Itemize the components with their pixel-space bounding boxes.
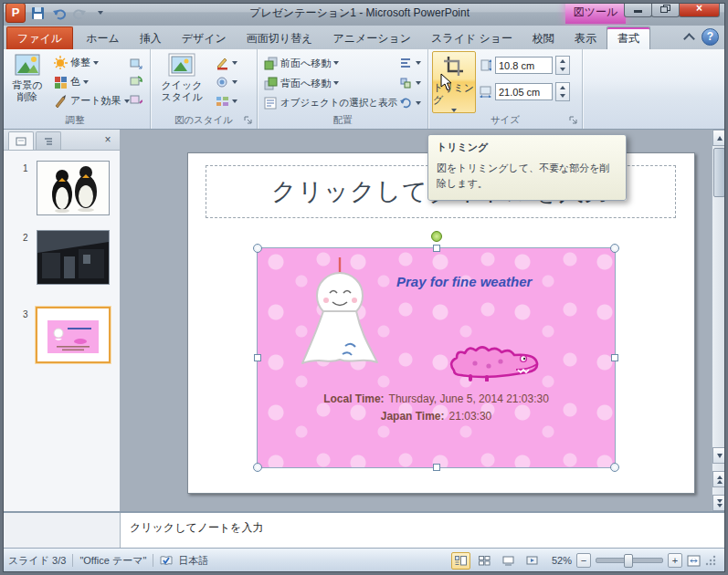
resize-handle-se[interactable]: [610, 463, 619, 472]
shape-width-stepper[interactable]: [555, 82, 570, 101]
minimize-ribbon-button[interactable]: [685, 32, 693, 43]
scroll-up-button[interactable]: [712, 130, 726, 146]
send-backward-icon: [263, 76, 278, 90]
notes-strip: クリックしてノートを入力: [3, 511, 725, 549]
picture-times: Local Time:Thursday, June 5, 2014 21:03:…: [258, 391, 615, 425]
window-title: プレゼンテーション1 - Microsoft PowerPoint: [128, 5, 591, 21]
resize-handle-n[interactable]: [433, 245, 440, 252]
tab-transitions[interactable]: 画面切り替え: [237, 27, 323, 49]
crop-label: トリミング: [433, 82, 475, 106]
spellcheck-icon[interactable]: [160, 555, 174, 567]
color-button[interactable]: 色: [51, 72, 132, 91]
send-backward-button[interactable]: 背面へ移動: [261, 73, 399, 93]
window-controls: ×: [625, 0, 720, 17]
slideshow-view-button[interactable]: [522, 552, 542, 570]
next-slide-button[interactable]: [712, 495, 726, 511]
shape-width-input[interactable]: [495, 83, 553, 100]
picture-layout-button[interactable]: [213, 93, 239, 110]
zoom-slider-thumb[interactable]: [624, 554, 633, 568]
picture-border-button[interactable]: [213, 55, 239, 71]
selection-pane-icon: [263, 96, 278, 110]
scrollbar-thumb[interactable]: [713, 148, 725, 197]
tab-file[interactable]: ファイル: [6, 26, 73, 49]
group-objects-button[interactable]: [396, 74, 423, 91]
separator: [153, 554, 153, 567]
minimize-button[interactable]: [624, 0, 652, 17]
resize-handle-ne[interactable]: [610, 244, 619, 253]
chevron-down-icon: [416, 101, 421, 105]
tab-design[interactable]: デザイン: [172, 27, 237, 49]
reset-picture-button[interactable]: [128, 91, 144, 108]
rotate-button[interactable]: [396, 94, 423, 111]
rotate-handle[interactable]: [431, 231, 442, 242]
undo-button[interactable]: [49, 4, 68, 22]
selected-picture[interactable]: Pray for fine weather Local Time:Thursda…: [257, 247, 616, 468]
tab-review[interactable]: 校閲: [522, 27, 564, 49]
local-time-label: Local Time:: [323, 392, 384, 405]
resize-handle-w[interactable]: [254, 354, 261, 361]
change-picture-icon: [130, 75, 142, 88]
tab-format[interactable]: 書式: [607, 26, 650, 50]
zoom-out-button[interactable]: −: [576, 553, 591, 568]
save-button[interactable]: [28, 4, 47, 22]
corrections-button[interactable]: 修整: [51, 53, 132, 72]
save-icon: [31, 6, 45, 20]
redo-button[interactable]: [70, 4, 89, 22]
vertical-scrollbar[interactable]: [712, 130, 725, 511]
previous-slide-button[interactable]: [712, 471, 726, 487]
compress-picture-button[interactable]: [128, 55, 144, 71]
fit-to-window-button[interactable]: [687, 555, 701, 567]
shape-width-icon: [478, 85, 492, 99]
crop-button[interactable]: トリミング: [432, 51, 476, 113]
tab-view[interactable]: 表示: [564, 27, 607, 49]
align-icon: [398, 56, 413, 70]
picture-styles-dialog-launcher[interactable]: [244, 116, 255, 127]
selection-pane-button[interactable]: オブジェクトの選択と表示: [261, 93, 399, 113]
outline-tab[interactable]: [36, 131, 61, 150]
picture-effects-button[interactable]: [213, 74, 239, 90]
slides-tab[interactable]: [8, 131, 34, 150]
language-indicator[interactable]: 日本語: [178, 554, 208, 568]
shape-height-input[interactable]: [495, 57, 553, 74]
tab-animations[interactable]: アニメーション: [322, 27, 421, 49]
help-button[interactable]: ?: [702, 28, 719, 46]
slide-sorter-view-button[interactable]: [475, 552, 494, 570]
tooltip-body: 図をトリミングして、不要な部分を削除します。: [437, 161, 617, 192]
remove-background-button[interactable]: 背景の 削除: [3, 51, 52, 111]
change-picture-button[interactable]: [128, 73, 144, 89]
resize-handle-e[interactable]: [611, 354, 618, 361]
tab-insert[interactable]: 挿入: [130, 27, 172, 49]
quick-styles-label2: スタイル: [161, 91, 202, 103]
notes-pane[interactable]: クリックしてノートを入力: [120, 513, 725, 549]
restore-button[interactable]: [651, 0, 680, 17]
reading-view-icon: [502, 556, 514, 566]
artistic-effects-button[interactable]: アート効果: [51, 91, 132, 110]
tab-home[interactable]: ホーム: [76, 27, 130, 49]
dark-thumbnail-image: [37, 231, 109, 284]
align-button[interactable]: [396, 54, 423, 71]
zoom-level[interactable]: 52%: [546, 555, 572, 566]
zoom-slider[interactable]: [596, 558, 663, 563]
pink-thumbnail-image: [37, 308, 109, 361]
normal-view-button[interactable]: [451, 552, 470, 570]
size-dialog-launcher[interactable]: [569, 116, 580, 127]
scroll-down-button[interactable]: [712, 447, 726, 464]
tab-slideshow[interactable]: スライド ショー: [421, 27, 522, 49]
close-button[interactable]: ×: [679, 0, 720, 17]
quick-styles-button[interactable]: クイック スタイル: [156, 51, 207, 111]
reading-view-button[interactable]: [499, 552, 518, 570]
resize-handle-nw[interactable]: [253, 244, 262, 253]
quick-access-toolbar: P: [5, 3, 110, 23]
bring-forward-button[interactable]: 前面へ移動: [261, 53, 399, 73]
powerpoint-app-icon[interactable]: P: [5, 3, 26, 23]
resize-handle-s[interactable]: [433, 464, 440, 471]
shape-height-stepper[interactable]: [555, 56, 570, 75]
resize-grip[interactable]: [705, 555, 716, 566]
slide[interactable]: クリックしてタイトルを入力 Pray for fine weather: [187, 152, 695, 494]
resize-handle-sw[interactable]: [253, 463, 262, 472]
qat-customize-button[interactable]: [91, 4, 110, 22]
close-pane-button[interactable]: ×: [100, 133, 115, 147]
picture-layout-icon: [215, 94, 229, 109]
artistic-effects-label: アート効果: [70, 94, 121, 108]
zoom-in-button[interactable]: +: [668, 553, 682, 568]
